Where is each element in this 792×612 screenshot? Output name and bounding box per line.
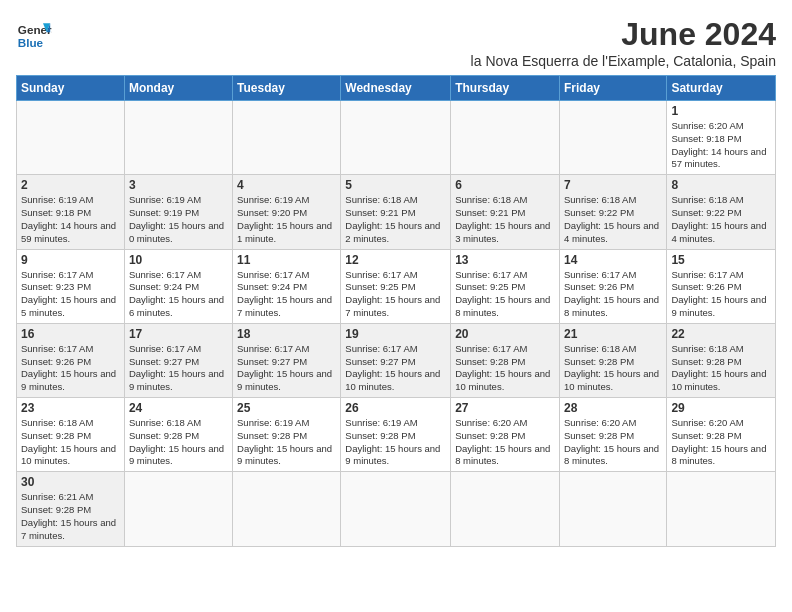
day-number: 15: [671, 253, 771, 267]
calendar-day-cell: 6Sunrise: 6:18 AM Sunset: 9:21 PM Daylig…: [451, 175, 560, 249]
day-info: Sunrise: 6:17 AM Sunset: 9:27 PM Dayligh…: [237, 343, 336, 394]
calendar-day-cell: [341, 472, 451, 546]
svg-text:Blue: Blue: [18, 36, 44, 49]
weekday-header: Saturday: [667, 76, 776, 101]
calendar-day-cell: 14Sunrise: 6:17 AM Sunset: 9:26 PM Dayli…: [559, 249, 666, 323]
day-number: 22: [671, 327, 771, 341]
calendar-day-cell: [451, 101, 560, 175]
day-number: 16: [21, 327, 120, 341]
calendar-week-row: 23Sunrise: 6:18 AM Sunset: 9:28 PM Dayli…: [17, 398, 776, 472]
calendar-day-cell: 15Sunrise: 6:17 AM Sunset: 9:26 PM Dayli…: [667, 249, 776, 323]
calendar-day-cell: 13Sunrise: 6:17 AM Sunset: 9:25 PM Dayli…: [451, 249, 560, 323]
day-info: Sunrise: 6:18 AM Sunset: 9:22 PM Dayligh…: [671, 194, 771, 245]
day-number: 29: [671, 401, 771, 415]
day-number: 5: [345, 178, 446, 192]
day-info: Sunrise: 6:19 AM Sunset: 9:19 PM Dayligh…: [129, 194, 228, 245]
day-info: Sunrise: 6:17 AM Sunset: 9:26 PM Dayligh…: [21, 343, 120, 394]
calendar-day-cell: 26Sunrise: 6:19 AM Sunset: 9:28 PM Dayli…: [341, 398, 451, 472]
location: la Nova Esquerra de l'Eixample, Cataloni…: [471, 53, 776, 69]
day-info: Sunrise: 6:20 AM Sunset: 9:28 PM Dayligh…: [671, 417, 771, 468]
day-number: 30: [21, 475, 120, 489]
day-number: 11: [237, 253, 336, 267]
calendar-day-cell: [559, 101, 666, 175]
day-number: 24: [129, 401, 228, 415]
day-number: 7: [564, 178, 662, 192]
day-info: Sunrise: 6:17 AM Sunset: 9:28 PM Dayligh…: [455, 343, 555, 394]
day-info: Sunrise: 6:17 AM Sunset: 9:24 PM Dayligh…: [129, 269, 228, 320]
day-info: Sunrise: 6:18 AM Sunset: 9:28 PM Dayligh…: [129, 417, 228, 468]
day-number: 25: [237, 401, 336, 415]
calendar-day-cell: [17, 101, 125, 175]
calendar-week-row: 30Sunrise: 6:21 AM Sunset: 9:28 PM Dayli…: [17, 472, 776, 546]
calendar-day-cell: 27Sunrise: 6:20 AM Sunset: 9:28 PM Dayli…: [451, 398, 560, 472]
day-number: 2: [21, 178, 120, 192]
weekday-header: Tuesday: [233, 76, 341, 101]
calendar-week-row: 1Sunrise: 6:20 AM Sunset: 9:18 PM Daylig…: [17, 101, 776, 175]
day-number: 9: [21, 253, 120, 267]
day-number: 6: [455, 178, 555, 192]
day-number: 17: [129, 327, 228, 341]
day-number: 19: [345, 327, 446, 341]
day-info: Sunrise: 6:17 AM Sunset: 9:23 PM Dayligh…: [21, 269, 120, 320]
weekday-header: Friday: [559, 76, 666, 101]
calendar-day-cell: 2Sunrise: 6:19 AM Sunset: 9:18 PM Daylig…: [17, 175, 125, 249]
weekday-header: Sunday: [17, 76, 125, 101]
day-number: 10: [129, 253, 228, 267]
day-info: Sunrise: 6:18 AM Sunset: 9:28 PM Dayligh…: [671, 343, 771, 394]
title-block: June 2024 la Nova Esquerra de l'Eixample…: [471, 16, 776, 69]
calendar-day-cell: 28Sunrise: 6:20 AM Sunset: 9:28 PM Dayli…: [559, 398, 666, 472]
calendar-day-cell: 22Sunrise: 6:18 AM Sunset: 9:28 PM Dayli…: [667, 323, 776, 397]
day-number: 27: [455, 401, 555, 415]
day-info: Sunrise: 6:18 AM Sunset: 9:22 PM Dayligh…: [564, 194, 662, 245]
calendar-day-cell: [124, 472, 232, 546]
day-number: 21: [564, 327, 662, 341]
calendar-day-cell: [559, 472, 666, 546]
calendar-day-cell: 19Sunrise: 6:17 AM Sunset: 9:27 PM Dayli…: [341, 323, 451, 397]
day-info: Sunrise: 6:19 AM Sunset: 9:20 PM Dayligh…: [237, 194, 336, 245]
calendar-day-cell: 17Sunrise: 6:17 AM Sunset: 9:27 PM Dayli…: [124, 323, 232, 397]
day-info: Sunrise: 6:19 AM Sunset: 9:28 PM Dayligh…: [345, 417, 446, 468]
calendar-day-cell: 11Sunrise: 6:17 AM Sunset: 9:24 PM Dayli…: [233, 249, 341, 323]
calendar-day-cell: 21Sunrise: 6:18 AM Sunset: 9:28 PM Dayli…: [559, 323, 666, 397]
day-number: 3: [129, 178, 228, 192]
calendar-day-cell: [233, 472, 341, 546]
day-info: Sunrise: 6:17 AM Sunset: 9:27 PM Dayligh…: [345, 343, 446, 394]
day-info: Sunrise: 6:18 AM Sunset: 9:21 PM Dayligh…: [345, 194, 446, 245]
logo-icon: General Blue: [16, 16, 52, 52]
day-number: 14: [564, 253, 662, 267]
calendar-day-cell: 1Sunrise: 6:20 AM Sunset: 9:18 PM Daylig…: [667, 101, 776, 175]
weekday-header: Monday: [124, 76, 232, 101]
calendar-day-cell: 30Sunrise: 6:21 AM Sunset: 9:28 PM Dayli…: [17, 472, 125, 546]
day-number: 26: [345, 401, 446, 415]
calendar-day-cell: 9Sunrise: 6:17 AM Sunset: 9:23 PM Daylig…: [17, 249, 125, 323]
day-info: Sunrise: 6:20 AM Sunset: 9:18 PM Dayligh…: [671, 120, 771, 171]
calendar-day-cell: [233, 101, 341, 175]
day-number: 8: [671, 178, 771, 192]
day-number: 18: [237, 327, 336, 341]
calendar-day-cell: [667, 472, 776, 546]
calendar-day-cell: 23Sunrise: 6:18 AM Sunset: 9:28 PM Dayli…: [17, 398, 125, 472]
calendar-day-cell: 12Sunrise: 6:17 AM Sunset: 9:25 PM Dayli…: [341, 249, 451, 323]
day-info: Sunrise: 6:18 AM Sunset: 9:21 PM Dayligh…: [455, 194, 555, 245]
day-info: Sunrise: 6:17 AM Sunset: 9:25 PM Dayligh…: [455, 269, 555, 320]
calendar-day-cell: 7Sunrise: 6:18 AM Sunset: 9:22 PM Daylig…: [559, 175, 666, 249]
page-header: General Blue June 2024 la Nova Esquerra …: [16, 16, 776, 69]
day-number: 13: [455, 253, 555, 267]
calendar-day-cell: 20Sunrise: 6:17 AM Sunset: 9:28 PM Dayli…: [451, 323, 560, 397]
day-info: Sunrise: 6:19 AM Sunset: 9:28 PM Dayligh…: [237, 417, 336, 468]
calendar-day-cell: 29Sunrise: 6:20 AM Sunset: 9:28 PM Dayli…: [667, 398, 776, 472]
day-info: Sunrise: 6:17 AM Sunset: 9:25 PM Dayligh…: [345, 269, 446, 320]
logo: General Blue: [16, 16, 52, 52]
day-number: 28: [564, 401, 662, 415]
calendar-day-cell: 10Sunrise: 6:17 AM Sunset: 9:24 PM Dayli…: [124, 249, 232, 323]
weekday-header: Thursday: [451, 76, 560, 101]
calendar-day-cell: 25Sunrise: 6:19 AM Sunset: 9:28 PM Dayli…: [233, 398, 341, 472]
calendar-day-cell: [451, 472, 560, 546]
day-info: Sunrise: 6:17 AM Sunset: 9:26 PM Dayligh…: [671, 269, 771, 320]
calendar-day-cell: [124, 101, 232, 175]
day-info: Sunrise: 6:17 AM Sunset: 9:27 PM Dayligh…: [129, 343, 228, 394]
calendar-day-cell: 16Sunrise: 6:17 AM Sunset: 9:26 PM Dayli…: [17, 323, 125, 397]
day-info: Sunrise: 6:20 AM Sunset: 9:28 PM Dayligh…: [564, 417, 662, 468]
calendar-week-row: 2Sunrise: 6:19 AM Sunset: 9:18 PM Daylig…: [17, 175, 776, 249]
calendar-week-row: 16Sunrise: 6:17 AM Sunset: 9:26 PM Dayli…: [17, 323, 776, 397]
